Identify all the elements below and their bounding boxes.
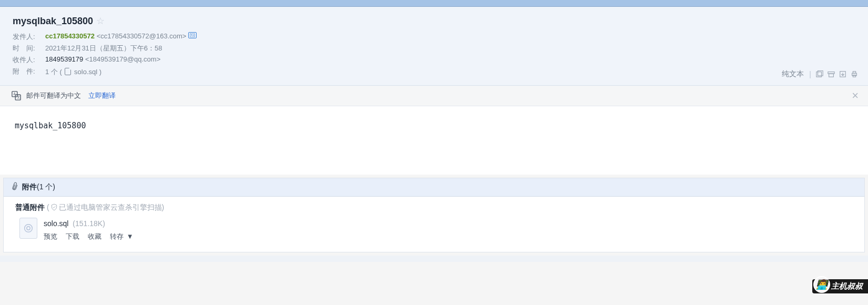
attachment-section: 附件 (1 个) 普通附件 (已通过电脑管家云查杀引擎扫描) solo.sql … <box>3 178 865 252</box>
footer-spacer <box>0 256 868 262</box>
attachment-scan-row: 普通附件 (已通过电脑管家云查杀引擎扫描) <box>4 197 864 216</box>
body-text: mysqlbak_105800 <box>15 121 86 130</box>
archive-icon[interactable] <box>827 70 835 78</box>
email-body: mysqlbak_105800 <box>0 106 868 175</box>
attachment-close-paren: ) <box>99 68 101 76</box>
svg-rect-0 <box>190 34 195 37</box>
attachment-header: 附件 (1 个) <box>4 178 864 197</box>
time-label: 时 间: <box>13 44 45 53</box>
svg-point-17 <box>27 227 30 230</box>
svg-point-1 <box>191 34 192 35</box>
attachment-inline-row: 附 件: 1 个 ( solo.sql ) <box>13 67 855 77</box>
recipient-label: 收件人: <box>13 55 45 65</box>
time-value: 2021年12月31日（星期五）下午6：58 <box>45 44 162 53</box>
translate-bar: A文 邮件可翻译为中文 立即翻译 × <box>0 86 868 106</box>
star-icon[interactable]: ☆ <box>96 15 105 27</box>
svg-rect-10 <box>853 72 855 74</box>
top-toolbar-strip <box>0 0 868 7</box>
sender-address: <cc17854330572@163.com> <box>97 32 187 42</box>
shield-icon <box>50 204 58 211</box>
svg-rect-2 <box>192 35 194 35</box>
recipient-row: 收件人: 1849539179 <1849539179@qq.com> <box>13 55 855 65</box>
recipient-name[interactable]: 1849539179 <box>45 55 83 65</box>
preview-button[interactable]: 预览 <box>44 232 57 240</box>
email-header: mysqlbak_105800 ☆ 发件人: cc17854330572 <cc… <box>0 7 868 86</box>
svg-point-16 <box>25 225 33 232</box>
translate-icon: A文 <box>12 91 21 100</box>
header-tools: 纯文本 | <box>782 69 859 79</box>
translate-link[interactable]: 立即翻译 <box>88 91 116 100</box>
scan-text: 已通过电脑管家云查杀引擎扫描 <box>59 203 162 211</box>
file-meta: solo.sql (151.18K) 预览 下载 收藏 转存▼ <box>44 218 146 242</box>
svg-rect-7 <box>829 74 834 77</box>
normal-attachment-label: 普通附件 <box>15 203 45 211</box>
email-subject: mysqlbak_105800 <box>13 16 93 27</box>
svg-rect-3 <box>192 36 194 36</box>
translate-message: 邮件可翻译为中文 <box>26 91 81 100</box>
svg-rect-5 <box>818 70 823 76</box>
svg-text:文: 文 <box>17 95 20 99</box>
transfer-button[interactable]: 转存▼ <box>110 232 140 240</box>
vcard-icon[interactable] <box>188 32 197 38</box>
sender-label: 发件人: <box>13 32 45 42</box>
sender-name[interactable]: cc17854330572 <box>45 32 95 42</box>
export-icon[interactable] <box>839 70 847 78</box>
attachment-count: (1 个) <box>37 182 55 192</box>
favorite-button[interactable]: 收藏 <box>88 232 101 240</box>
attachment-label: 附 件: <box>13 67 45 77</box>
chevron-down-icon: ▼ <box>127 232 134 240</box>
attachment-item: solo.sql (151.18K) 预览 下载 收藏 转存▼ <box>4 216 864 252</box>
recipient-address: <1849539179@qq.com> <box>85 55 160 65</box>
subject-row: mysqlbak_105800 ☆ <box>13 15 855 27</box>
close-icon[interactable]: × <box>852 89 859 103</box>
sender-row: 发件人: cc17854330572 <cc17854330572@163.co… <box>13 32 855 42</box>
paperclip-icon <box>9 181 21 194</box>
download-button[interactable]: 下载 <box>66 232 79 240</box>
attachment-count-inline: 1 个 ( <box>45 68 62 76</box>
file-actions: 预览 下载 收藏 转存▼ <box>44 230 146 242</box>
svg-rect-4 <box>816 72 822 77</box>
attachment-title: 附件 <box>22 182 37 192</box>
attachment-name-link[interactable]: solo.sql <box>74 68 97 76</box>
print-icon[interactable] <box>850 70 859 78</box>
new-window-icon[interactable] <box>815 70 824 78</box>
svg-rect-11 <box>853 75 855 77</box>
file-mini-icon <box>65 68 71 75</box>
plaintext-toggle[interactable]: 纯文本 <box>782 69 804 79</box>
file-icon[interactable] <box>19 218 37 239</box>
time-row: 时 间: 2021年12月31日（星期五）下午6：58 <box>13 44 855 53</box>
file-size: (151.18K) <box>73 219 105 228</box>
file-name[interactable]: solo.sql <box>44 219 68 228</box>
